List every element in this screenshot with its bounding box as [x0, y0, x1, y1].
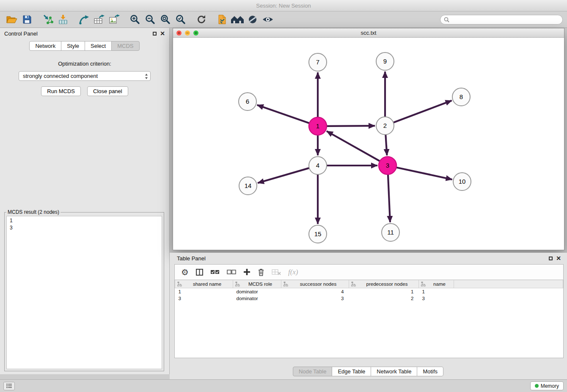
column-header-shared-name[interactable]: shared name	[175, 280, 233, 288]
column-header-successor-nodes[interactable]: successor nodes	[281, 280, 349, 288]
memory-label: Memory	[541, 383, 559, 389]
node-4[interactable]: 4	[309, 157, 327, 174]
search-input[interactable]	[451, 17, 559, 23]
node-6[interactable]: 6	[239, 93, 256, 110]
zoom-fit-button[interactable]	[158, 13, 173, 26]
table-row[interactable]: 3dominator323	[175, 295, 563, 302]
zoom-selected-button[interactable]	[173, 13, 188, 26]
export-network-button[interactable]	[76, 13, 91, 26]
close-panel-icon[interactable]: ✕	[160, 31, 165, 36]
svg-text:7: 7	[316, 58, 319, 66]
style-button[interactable]	[245, 13, 260, 26]
plus-icon[interactable]	[243, 268, 250, 276]
maximize-window-icon[interactable]	[193, 30, 198, 36]
node-3[interactable]: 3	[379, 157, 396, 174]
close-panel-button[interactable]: Close panel	[87, 86, 128, 96]
task-history-button[interactable]	[3, 382, 15, 390]
edge-3-10[interactable]	[396, 167, 452, 179]
node-9[interactable]: 9	[376, 52, 394, 70]
table-tab-motifs[interactable]: Motifs	[417, 367, 443, 376]
memory-status-dot	[535, 384, 539, 388]
zoom-fit-icon	[160, 14, 171, 25]
svg-text:8: 8	[460, 93, 463, 100]
network-home-button[interactable]	[230, 13, 245, 26]
svg-text:1: 1	[316, 122, 319, 130]
tab-style[interactable]: Style	[61, 41, 85, 51]
refresh-button[interactable]	[194, 13, 209, 26]
edge-2-8[interactable]	[394, 100, 452, 122]
search-box[interactable]	[440, 15, 563, 25]
columns-icon[interactable]	[196, 269, 203, 276]
zoom-selected-icon	[176, 14, 186, 25]
svg-text:11: 11	[387, 229, 394, 236]
network-view-window: scc.txt 7968124314101511	[173, 28, 564, 250]
close-table-panel-icon[interactable]: ✕	[556, 256, 561, 260]
node-2[interactable]: 2	[376, 117, 394, 135]
node-10[interactable]: 10	[453, 173, 471, 190]
network-canvas[interactable]: 7968124314101511	[173, 38, 564, 250]
table-panel: Table Panel ✕ ⚙	[170, 253, 567, 379]
tab-select[interactable]: Select	[85, 41, 112, 51]
trash-icon[interactable]	[258, 268, 264, 276]
node-11[interactable]: 11	[382, 224, 399, 241]
table-row[interactable]: 1dominator411	[175, 288, 563, 295]
node-14[interactable]: 14	[239, 177, 257, 195]
network-graph[interactable]: 7968124314101511	[173, 38, 564, 250]
control-panel-title: Control Panel	[4, 30, 38, 37]
export-network-icon	[78, 14, 89, 25]
function-builder-icon: f(x)	[288, 268, 298, 276]
column-header-name[interactable]: name	[419, 280, 454, 288]
import-network-button[interactable]	[40, 13, 55, 26]
control-panel-header: Control Panel ✕	[0, 28, 169, 39]
save-session-button[interactable]	[19, 13, 35, 26]
memory-button[interactable]: Memory	[530, 381, 564, 390]
node-1[interactable]: 1	[309, 117, 327, 135]
edge-4-14[interactable]	[258, 168, 309, 183]
minimize-window-icon[interactable]	[185, 30, 190, 36]
column-header-predecessor-nodes[interactable]: predecessor nodes	[349, 280, 419, 288]
node-table: shared nameMCDS rolesuccessor nodesprede…	[175, 280, 563, 302]
node-7[interactable]: 7	[309, 53, 327, 71]
show-hide-button[interactable]	[260, 13, 275, 26]
first-neighbors-icon	[217, 14, 227, 25]
import-table-icon	[58, 14, 68, 25]
export-image-button[interactable]	[107, 13, 122, 26]
attribute-icon	[177, 282, 182, 287]
import-table-button[interactable]	[55, 13, 71, 26]
float-table-panel-icon[interactable]	[549, 257, 553, 260]
first-neighbors-button[interactable]	[215, 13, 230, 26]
mcds-result-title: MCDS result (2 nodes)	[6, 209, 61, 215]
table-cell: 2	[349, 295, 419, 302]
export-table-button[interactable]	[91, 13, 107, 26]
deselect-all-icon[interactable]	[227, 270, 236, 275]
open-file-button[interactable]	[4, 13, 19, 26]
node-table-container: ⚙	[174, 264, 564, 358]
criterion-value: strongly connected component	[23, 73, 98, 79]
column-header-MCDS-role[interactable]: MCDS role	[233, 280, 281, 288]
table-tab-network-table[interactable]: Network Table	[371, 367, 417, 376]
tab-mcds[interactable]: MCDS	[111, 41, 139, 51]
table-toolbar: ⚙	[175, 265, 563, 280]
criterion-dropdown[interactable]: strongly connected component	[19, 71, 151, 81]
tab-network[interactable]: Network	[29, 41, 61, 51]
edge-3-11[interactable]	[388, 174, 390, 222]
table-tab-edge-table[interactable]: Edge Table	[332, 367, 371, 376]
node-8[interactable]: 8	[452, 88, 470, 106]
table-tab-node-table[interactable]: Node Table	[293, 367, 333, 376]
node-15[interactable]: 15	[309, 225, 327, 243]
edge-3-1[interactable]	[327, 131, 380, 161]
zoom-in-button[interactable]	[127, 13, 143, 26]
edge-1-6[interactable]	[257, 105, 310, 123]
open-folder-icon	[6, 15, 17, 24]
edge-1-2[interactable]	[327, 126, 375, 126]
select-all-icon[interactable]	[210, 270, 220, 275]
close-window-icon[interactable]	[176, 30, 182, 36]
zoom-out-button[interactable]	[143, 13, 158, 26]
network-window-titlebar[interactable]: scc.txt	[173, 28, 564, 38]
gear-icon[interactable]: ⚙	[181, 268, 189, 276]
svg-text:14: 14	[245, 182, 252, 189]
run-mcds-button[interactable]: Run MCDS	[41, 86, 81, 96]
network-window-title: scc.txt	[361, 30, 377, 36]
float-panel-icon[interactable]	[153, 32, 157, 36]
edge-2-3[interactable]	[385, 135, 387, 155]
